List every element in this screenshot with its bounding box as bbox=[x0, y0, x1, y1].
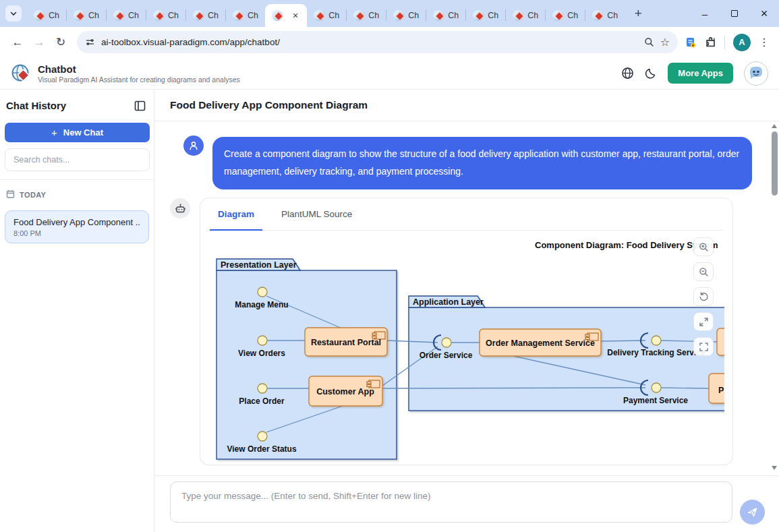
label-view-order-status: View Order Status bbox=[227, 444, 296, 454]
visual-paradigm-favicon bbox=[473, 10, 484, 21]
tab-label: Ch bbox=[607, 11, 618, 20]
tab-diagram[interactable]: Diagram bbox=[210, 198, 262, 231]
tab-separator bbox=[346, 9, 347, 21]
forward-button[interactable]: → bbox=[30, 33, 49, 52]
label-payment-service: Payment Service bbox=[623, 396, 688, 405]
tab-label: Ch bbox=[128, 11, 139, 20]
back-button[interactable]: ← bbox=[8, 33, 27, 52]
tab-label: Ch bbox=[448, 11, 459, 20]
interface-view-orders bbox=[258, 336, 267, 345]
browser-tab[interactable]: Ch bbox=[107, 4, 146, 27]
visual-paradigm-favicon bbox=[393, 10, 404, 21]
package-presentation-layer bbox=[217, 270, 397, 459]
language-globe-icon[interactable] bbox=[621, 67, 634, 80]
diagram-tabs: Diagram PlantUML Source bbox=[210, 198, 723, 231]
chatbot-logo[interactable] bbox=[744, 61, 768, 86]
tab-separator bbox=[505, 9, 506, 21]
browser-tab[interactable]: Ch bbox=[506, 4, 545, 27]
browser-tab[interactable]: Ch bbox=[27, 4, 66, 27]
app-header: Chatbot Visual Paradigm AI Assistant for… bbox=[0, 57, 779, 90]
interface-order-service bbox=[442, 338, 451, 347]
chat-history-sidebar: Chat History + New Chat TODAY Food Deliv… bbox=[0, 90, 154, 532]
toolbar-divider bbox=[724, 36, 725, 49]
browser-tab-active[interactable]: × bbox=[265, 4, 307, 27]
assistant-response-card: Diagram PlantUML Source Component Diagra… bbox=[200, 198, 733, 465]
tab-close-icon[interactable]: × bbox=[291, 10, 300, 21]
app-subtitle: Visual Paradigm AI Assistant for creatin… bbox=[38, 76, 240, 84]
message-composer bbox=[154, 475, 779, 532]
visual-paradigm-favicon bbox=[34, 10, 45, 21]
maximize-button[interactable] bbox=[720, 0, 749, 27]
reload-button[interactable]: ↻ bbox=[51, 33, 70, 52]
tab-label: Ch bbox=[168, 11, 179, 20]
plus-icon: + bbox=[51, 127, 57, 138]
tab-plantuml-source[interactable]: PlantUML Source bbox=[273, 198, 360, 231]
chrome-menu-icon[interactable]: ⋮ bbox=[759, 36, 770, 49]
chat-history-item[interactable]: Food Delivery App Component ... 8:00 PM bbox=[5, 210, 149, 243]
tab-separator bbox=[545, 9, 546, 21]
interface-place-order bbox=[258, 384, 267, 393]
visual-paradigm-favicon bbox=[353, 10, 364, 21]
app-title: Chatbot bbox=[38, 63, 240, 76]
tab-label: Ch bbox=[567, 11, 578, 20]
browser-tab[interactable]: Ch bbox=[347, 4, 386, 27]
new-chat-button[interactable]: + New Chat bbox=[5, 123, 150, 142]
zoom-in-button[interactable] bbox=[693, 237, 714, 256]
tab-search-chevron-icon[interactable] bbox=[5, 5, 22, 22]
new-tab-button[interactable]: + bbox=[629, 4, 647, 23]
interface-payment-service bbox=[652, 383, 661, 392]
expand-button[interactable] bbox=[693, 312, 714, 331]
browser-tab[interactable]: Ch bbox=[226, 4, 265, 27]
browser-tab[interactable]: Ch bbox=[67, 4, 106, 27]
scroll-up-icon[interactable] bbox=[772, 124, 777, 128]
tab-label: Ch bbox=[248, 11, 258, 20]
tab-label: Ch bbox=[208, 11, 219, 20]
new-chat-label: New Chat bbox=[63, 127, 103, 138]
browser-tab[interactable]: Ch bbox=[426, 4, 465, 27]
browser-tab[interactable]: Ch bbox=[146, 4, 185, 27]
browser-tab[interactable]: Ch bbox=[546, 4, 585, 27]
chat-scrollbar[interactable] bbox=[770, 121, 779, 475]
more-apps-button[interactable]: More Apps bbox=[668, 63, 733, 84]
search-icon[interactable] bbox=[644, 37, 654, 47]
visual-paradigm-favicon bbox=[272, 10, 283, 21]
component-clipped-label: P bbox=[718, 386, 724, 395]
fullscreen-button[interactable] bbox=[693, 337, 714, 356]
maximize-icon bbox=[731, 10, 738, 17]
visual-paradigm-favicon bbox=[153, 10, 164, 21]
chat-messages-area: Create a component diagram to show the s… bbox=[154, 121, 779, 475]
browser-tab[interactable]: Ch bbox=[186, 4, 225, 27]
scroll-down-icon[interactable] bbox=[772, 466, 777, 470]
search-chats-input[interactable] bbox=[5, 148, 150, 171]
extensions-icon[interactable] bbox=[705, 36, 716, 48]
dark-mode-moon-icon[interactable] bbox=[645, 67, 657, 80]
message-input[interactable] bbox=[170, 481, 732, 523]
sidebar-divider bbox=[0, 179, 154, 180]
diagram-viewport[interactable]: Component Diagram: Food Delivery System … bbox=[208, 231, 724, 464]
tab-separator bbox=[66, 9, 67, 21]
component-customer-app-label: Customer App bbox=[316, 387, 374, 396]
today-section-label: TODAY bbox=[20, 191, 46, 199]
reset-view-button[interactable] bbox=[693, 287, 714, 306]
profile-avatar[interactable]: A bbox=[733, 34, 751, 51]
visual-paradigm-favicon bbox=[513, 10, 523, 21]
visual-paradigm-favicon bbox=[433, 10, 444, 21]
collapse-sidebar-icon[interactable] bbox=[134, 100, 146, 111]
address-bar[interactable]: ai-toolbox.visual-paradigm.com/app/chatb… bbox=[77, 31, 678, 53]
scrollbar-thumb[interactable] bbox=[772, 131, 778, 196]
send-button[interactable] bbox=[740, 500, 765, 525]
component-order-management-service-label: Order Management Service bbox=[486, 338, 595, 348]
tab-label: Ch bbox=[328, 11, 339, 20]
zoom-out-button[interactable] bbox=[693, 262, 714, 281]
url-text[interactable]: ai-toolbox.visual-paradigm.com/app/chatb… bbox=[101, 37, 638, 47]
bookmark-star-icon[interactable]: ☆ bbox=[660, 36, 670, 49]
browser-tab[interactable]: Ch bbox=[386, 4, 426, 27]
chat-item-time: 8:00 PM bbox=[13, 229, 140, 237]
browser-tab[interactable]: Ch bbox=[307, 4, 346, 27]
browser-tab[interactable]: Ch bbox=[585, 4, 625, 27]
close-button[interactable]: × bbox=[749, 0, 779, 27]
minimize-button[interactable]: – bbox=[690, 0, 720, 27]
browser-tab[interactable]: Ch bbox=[466, 4, 505, 27]
site-info-icon[interactable] bbox=[85, 37, 95, 47]
reading-mode-icon[interactable] bbox=[685, 36, 697, 49]
